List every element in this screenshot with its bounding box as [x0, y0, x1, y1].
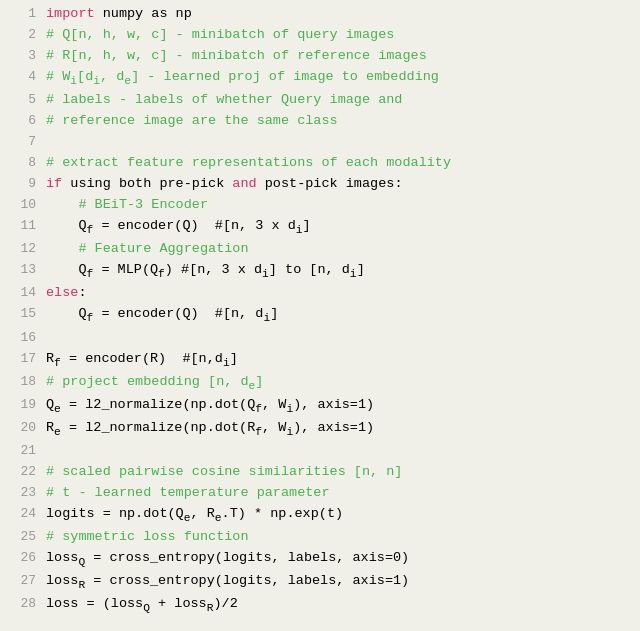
- code-block: 1 import numpy as np 2 # Q[n, h, w, c] -…: [0, 0, 640, 622]
- line-content: # Wi[di, de] - learned proj of image to …: [46, 67, 632, 90]
- line-12: 12 # Feature Aggregation: [0, 239, 640, 260]
- line-content: lossR = cross_entropy(logits, labels, ax…: [46, 571, 632, 594]
- line-15: 15 Qf = encoder(Q) #[n, di]: [0, 304, 640, 327]
- line-number: 4: [8, 67, 36, 87]
- line-number: 11: [8, 216, 36, 236]
- line-content: loss = (lossQ + lossR)/2: [46, 594, 632, 617]
- line-number: 26: [8, 548, 36, 568]
- line-content: # Q[n, h, w, c] - minibatch of query ima…: [46, 25, 632, 46]
- line-number: 1: [8, 4, 36, 24]
- line-3: 3 # R[n, h, w, c] - minibatch of referen…: [0, 46, 640, 67]
- line-14: 14 else:: [0, 283, 640, 304]
- line-number: 24: [8, 504, 36, 524]
- line-number: 17: [8, 349, 36, 369]
- line-7: 7: [0, 132, 640, 153]
- line-11: 11 Qf = encoder(Q) #[n, 3 x di]: [0, 216, 640, 239]
- line-number: 23: [8, 483, 36, 503]
- line-number: 13: [8, 260, 36, 280]
- line-number: 3: [8, 46, 36, 66]
- line-content: # extract feature representations of eac…: [46, 153, 632, 174]
- line-9: 9 if using both pre-pick and post-pick i…: [0, 174, 640, 195]
- line-content: # project embedding [n, de]: [46, 372, 632, 395]
- line-number: 6: [8, 111, 36, 131]
- line-13: 13 Qf = MLP(Qf) #[n, 3 x di] to [n, di]: [0, 260, 640, 283]
- line-24: 24 logits = np.dot(Qe, Re.T) * np.exp(t): [0, 504, 640, 527]
- line-27: 27 lossR = cross_entropy(logits, labels,…: [0, 571, 640, 594]
- line-26: 26 lossQ = cross_entropy(logits, labels,…: [0, 548, 640, 571]
- line-content: # t - learned temperature parameter: [46, 483, 632, 504]
- line-16: 16: [0, 328, 640, 349]
- line-content: Qf = encoder(Q) #[n, 3 x di]: [46, 216, 632, 239]
- line-19: 19 Qe = l2_normalize(np.dot(Qf, Wi), axi…: [0, 395, 640, 418]
- line-content: [46, 441, 632, 462]
- line-content: Qf = encoder(Q) #[n, di]: [46, 304, 632, 327]
- line-content: # symmetric loss function: [46, 527, 632, 548]
- line-content: else:: [46, 283, 632, 304]
- line-content: # BEiT-3 Encoder: [46, 195, 632, 216]
- line-content: Rf = encoder(R) #[n,di]: [46, 349, 632, 372]
- line-content: lossQ = cross_entropy(logits, labels, ax…: [46, 548, 632, 571]
- line-number: 15: [8, 304, 36, 324]
- line-number: 25: [8, 527, 36, 547]
- line-content: # R[n, h, w, c] - minibatch of reference…: [46, 46, 632, 67]
- line-number: 19: [8, 395, 36, 415]
- line-4: 4 # Wi[di, de] - learned proj of image t…: [0, 67, 640, 90]
- line-content: Qf = MLP(Qf) #[n, 3 x di] to [n, di]: [46, 260, 632, 283]
- line-content: # scaled pairwise cosine similarities [n…: [46, 462, 632, 483]
- line-number: 28: [8, 594, 36, 614]
- line-number: 2: [8, 25, 36, 45]
- line-number: 10: [8, 195, 36, 215]
- line-content: import numpy as np: [46, 4, 632, 25]
- line-20: 20 Re = l2_normalize(np.dot(Rf, Wi), axi…: [0, 418, 640, 441]
- line-number: 22: [8, 462, 36, 482]
- line-content: logits = np.dot(Qe, Re.T) * np.exp(t): [46, 504, 632, 527]
- line-28: 28 loss = (lossQ + lossR)/2: [0, 594, 640, 617]
- line-content: Re = l2_normalize(np.dot(Rf, Wi), axis=1…: [46, 418, 632, 441]
- line-number: 21: [8, 441, 36, 461]
- line-1: 1 import numpy as np: [0, 4, 640, 25]
- line-23: 23 # t - learned temperature parameter: [0, 483, 640, 504]
- line-22: 22 # scaled pairwise cosine similarities…: [0, 462, 640, 483]
- line-8: 8 # extract feature representations of e…: [0, 153, 640, 174]
- line-number: 9: [8, 174, 36, 194]
- line-number: 18: [8, 372, 36, 392]
- line-17: 17 Rf = encoder(R) #[n,di]: [0, 349, 640, 372]
- line-2: 2 # Q[n, h, w, c] - minibatch of query i…: [0, 25, 640, 46]
- line-number: 5: [8, 90, 36, 110]
- line-content: Qe = l2_normalize(np.dot(Qf, Wi), axis=1…: [46, 395, 632, 418]
- line-25: 25 # symmetric loss function: [0, 527, 640, 548]
- line-6: 6 # reference image are the same class: [0, 111, 640, 132]
- line-5: 5 # labels - labels of whether Query ima…: [0, 90, 640, 111]
- line-number: 14: [8, 283, 36, 303]
- line-content: # Feature Aggregation: [46, 239, 632, 260]
- line-number: 16: [8, 328, 36, 348]
- line-content: if using both pre-pick and post-pick ima…: [46, 174, 632, 195]
- line-content: [46, 132, 632, 153]
- line-18: 18 # project embedding [n, de]: [0, 372, 640, 395]
- line-content: # reference image are the same class: [46, 111, 632, 132]
- line-number: 27: [8, 571, 36, 591]
- line-number: 7: [8, 132, 36, 152]
- line-content: [46, 328, 632, 349]
- line-content: # labels - labels of whether Query image…: [46, 90, 632, 111]
- line-21: 21: [0, 441, 640, 462]
- line-number: 12: [8, 239, 36, 259]
- line-number: 8: [8, 153, 36, 173]
- line-number: 20: [8, 418, 36, 438]
- line-10: 10 # BEiT-3 Encoder: [0, 195, 640, 216]
